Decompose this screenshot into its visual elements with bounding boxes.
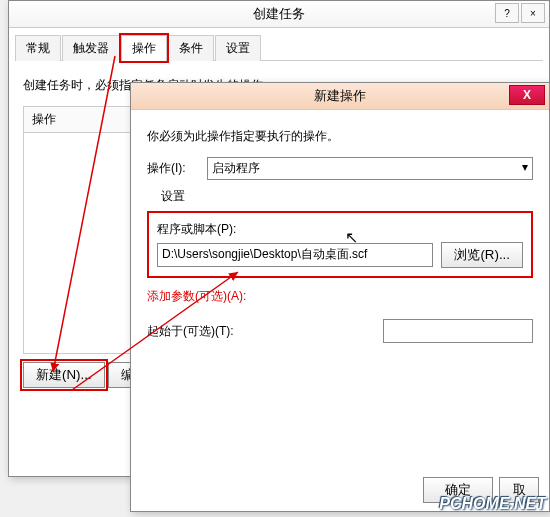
action-row: 操作(I): 启动程序 — [147, 157, 533, 180]
main-title: 创建任务 — [253, 5, 305, 23]
settings-label: 设置 — [161, 188, 533, 205]
new-action-button[interactable]: 新建(N)... — [23, 362, 105, 388]
tab-actions[interactable]: 操作 — [121, 35, 167, 61]
startin-row: 起始于(可选)(T): — [147, 319, 533, 343]
tab-conditions[interactable]: 条件 — [168, 35, 214, 61]
dlg-titlebar: 新建操作 X — [131, 83, 549, 110]
tab-triggers[interactable]: 触发器 — [62, 35, 120, 61]
action-select[interactable]: 启动程序 — [207, 157, 533, 180]
help-button[interactable]: ? — [495, 3, 519, 23]
path-row: D:\Users\songjie\Desktop\自动桌面.scf 浏览(R).… — [157, 242, 523, 268]
program-path-input[interactable]: D:\Users\songjie\Desktop\自动桌面.scf — [157, 243, 433, 267]
close-dialog-button[interactable]: X — [509, 85, 545, 105]
window-buttons: ? × — [493, 3, 545, 23]
dlg-window-buttons: X — [509, 85, 545, 105]
dlg-body: 你必须为此操作指定要执行的操作。 操作(I): 启动程序 设置 程序或脚本(P)… — [131, 110, 549, 363]
close-main-button[interactable]: × — [521, 3, 545, 23]
action-label: 操作(I): — [147, 160, 207, 177]
dlg-title: 新建操作 — [314, 87, 366, 105]
watermark: PCHOME.NET — [439, 495, 546, 513]
new-action-dialog: 新建操作 X 你必须为此操作指定要执行的操作。 操作(I): 启动程序 设置 程… — [130, 82, 550, 512]
program-group: 程序或脚本(P): D:\Users\songjie\Desktop\自动桌面.… — [147, 211, 533, 278]
startin-input[interactable] — [383, 319, 533, 343]
main-titlebar: 创建任务 ? × — [9, 1, 549, 28]
program-label: 程序或脚本(P): — [157, 221, 523, 238]
tab-settings[interactable]: 设置 — [215, 35, 261, 61]
browse-button[interactable]: 浏览(R)... — [441, 242, 523, 268]
args-label: 添加参数(可选)(A): — [147, 288, 533, 305]
tab-general[interactable]: 常规 — [15, 35, 61, 61]
tab-strip: 常规 触发器 操作 条件 设置 — [15, 34, 543, 61]
startin-label: 起始于(可选)(T): — [147, 323, 257, 340]
dlg-hint: 你必须为此操作指定要执行的操作。 — [147, 128, 533, 145]
